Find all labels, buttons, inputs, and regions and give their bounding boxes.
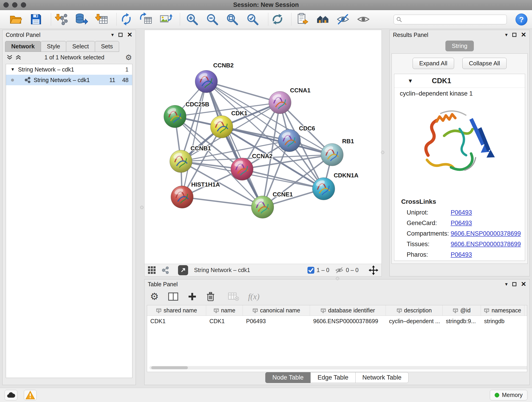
network-row-selected[interactable]: String Network – cdk1 11 48 <box>6 75 132 85</box>
splitter-handle[interactable] <box>381 151 384 154</box>
detach-view-button[interactable] <box>178 265 188 275</box>
tab-string[interactable]: String <box>445 41 474 51</box>
column-header[interactable]: @id <box>443 305 481 316</box>
hidden-items-icon[interactable] <box>335 267 343 274</box>
panel-float-button[interactable]: ▾ <box>505 32 507 37</box>
zoom-in-button[interactable] <box>185 12 199 26</box>
search-input[interactable] <box>404 16 504 23</box>
network-canvas[interactable]: CCNB2CCNA1CDC25BCDK1CDC6RB1CCNB1CCNA2CDK… <box>144 30 382 264</box>
protein-entry-header[interactable]: ▼ CDK1 <box>394 74 525 88</box>
table-horizontal-scrollbar[interactable] <box>149 366 527 370</box>
tab-node-table[interactable]: Node Table <box>265 372 311 383</box>
network-node[interactable]: CCNA1 <box>269 87 310 114</box>
network-node[interactable]: CDK1 <box>210 110 247 138</box>
import-table-icon <box>95 12 109 26</box>
crosslink-value[interactable]: P06493 <box>451 251 472 258</box>
network-node[interactable]: CDKN1A <box>312 172 359 200</box>
network-edge[interactable] <box>206 82 263 207</box>
expand-all-button[interactable]: Expand All <box>413 58 454 69</box>
scrollbar-thumb[interactable] <box>151 366 188 369</box>
panel-float-button[interactable]: ▾ <box>111 32 114 37</box>
crosslink-value[interactable]: 9606.ENSP00000378699 <box>451 241 521 248</box>
zoom-fit-button[interactable] <box>225 12 239 26</box>
network-options-gear-icon[interactable]: ⚙ <box>125 54 132 61</box>
floppy-disk-icon <box>29 12 43 26</box>
memory-button[interactable]: Memory <box>490 390 527 400</box>
panel-close-button[interactable]: ✕ <box>127 32 133 38</box>
tab-select[interactable]: Select <box>66 41 95 52</box>
help-button[interactable]: ? <box>515 13 527 26</box>
open-file-button[interactable] <box>9 12 22 26</box>
import-network-from-file-button[interactable] <box>55 12 69 26</box>
toggle-annotation-visibility-button[interactable] <box>336 12 350 26</box>
column-header[interactable]: name <box>206 305 243 316</box>
network-edge[interactable] <box>182 82 206 197</box>
function-builder-button[interactable]: f(x) <box>248 292 260 301</box>
network-node[interactable]: RB1 <box>321 138 354 166</box>
table-row[interactable]: CDK1CDK1P064939606.ENSP00000378699cyclin… <box>147 316 527 326</box>
node-count: 11 <box>109 77 115 83</box>
show-graphics-details-button[interactable] <box>356 12 370 26</box>
session-home-button[interactable] <box>316 12 330 26</box>
panel-float-button[interactable]: ▾ <box>505 282 507 287</box>
show-columns-button[interactable] <box>168 292 178 301</box>
network-edge[interactable] <box>182 197 263 207</box>
collapse-all-button[interactable]: Collapse All <box>462 58 507 69</box>
crosslink-value[interactable]: P06493 <box>451 220 472 227</box>
column-header[interactable]: shared name <box>147 305 206 316</box>
zoom-selected-button[interactable] <box>246 12 259 26</box>
pan-move-icon[interactable] <box>369 265 378 275</box>
gear-icon: ⚙ <box>150 292 159 301</box>
panel-maximize-button[interactable] <box>512 33 516 37</box>
network-node[interactable]: HIST1H1A <box>171 181 220 208</box>
table-body: CDK1CDK1P064939606.ENSP00000378699cyclin… <box>147 316 527 326</box>
crosslink-row: Compartments:9606.ENSP00000378699 <box>394 228 525 239</box>
network-node[interactable]: CCNB1 <box>170 145 211 172</box>
save-session-button[interactable] <box>29 12 43 26</box>
tab-style[interactable]: Style <box>41 41 66 52</box>
selected-items-checkbox[interactable] <box>307 267 314 274</box>
delete-column-button[interactable] <box>206 292 215 302</box>
cloud-icon <box>6 392 16 399</box>
grid-view-icon[interactable] <box>148 266 156 274</box>
column-header[interactable]: namespace <box>481 305 525 316</box>
table-panel-header: Table Panel ▾ ✕ <box>145 279 530 289</box>
entry-collapse-caret-icon[interactable]: ▼ <box>408 78 413 84</box>
new-network-from-table-button[interactable] <box>139 12 153 26</box>
column-header[interactable]: description <box>386 305 443 316</box>
tab-network[interactable]: Network <box>5 41 41 52</box>
table-settings-button[interactable]: ⚙ <box>150 292 159 301</box>
zoom-out-button[interactable] <box>205 12 219 26</box>
network-node[interactable]: CDC25B <box>164 101 209 128</box>
birdseye-view-icon[interactable] <box>161 266 169 274</box>
column-header[interactable]: database identifier <box>310 305 386 316</box>
crosslink-row: Pharos:P06493 <box>394 249 525 260</box>
tree-expand-caret-icon[interactable]: ▼ <box>11 67 15 72</box>
import-table-from-file-button[interactable] <box>95 12 109 26</box>
crosslink-value[interactable]: 9606.ENSP00000378699 <box>451 230 521 237</box>
crosslink-label: Tissues: <box>407 241 451 248</box>
panel-maximize-button[interactable] <box>119 33 123 37</box>
tab-sets[interactable]: Sets <box>95 41 119 52</box>
warnings-button[interactable] <box>24 390 37 400</box>
tab-edge-table[interactable]: Edge Table <box>310 372 355 383</box>
export-image-button[interactable] <box>159 12 173 26</box>
refresh-view-button[interactable] <box>271 12 284 26</box>
panel-maximize-button[interactable] <box>512 282 516 286</box>
splitter-handle[interactable] <box>336 277 339 280</box>
crosslink-value[interactable]: P06493 <box>451 209 472 216</box>
search-box[interactable] <box>394 15 507 24</box>
import-network-from-database-button[interactable] <box>74 12 88 26</box>
panel-close-button[interactable]: ✕ <box>521 32 526 38</box>
column-header[interactable]: canonical name <box>243 305 310 316</box>
add-column-button[interactable] <box>188 292 197 301</box>
splitter-handle[interactable] <box>140 206 143 209</box>
new-network-button[interactable] <box>119 12 133 26</box>
tab-network-table[interactable]: Network Table <box>355 372 409 383</box>
clone-network-button[interactable] <box>295 12 309 26</box>
cloud-button[interactable] <box>5 390 17 400</box>
network-collection-row[interactable]: ▼ String Network – cdk1 1 <box>6 64 132 75</box>
panel-close-button[interactable]: ✕ <box>521 281 526 287</box>
expand-all-icon[interactable] <box>15 54 22 60</box>
collapse-all-icon[interactable] <box>6 54 13 60</box>
